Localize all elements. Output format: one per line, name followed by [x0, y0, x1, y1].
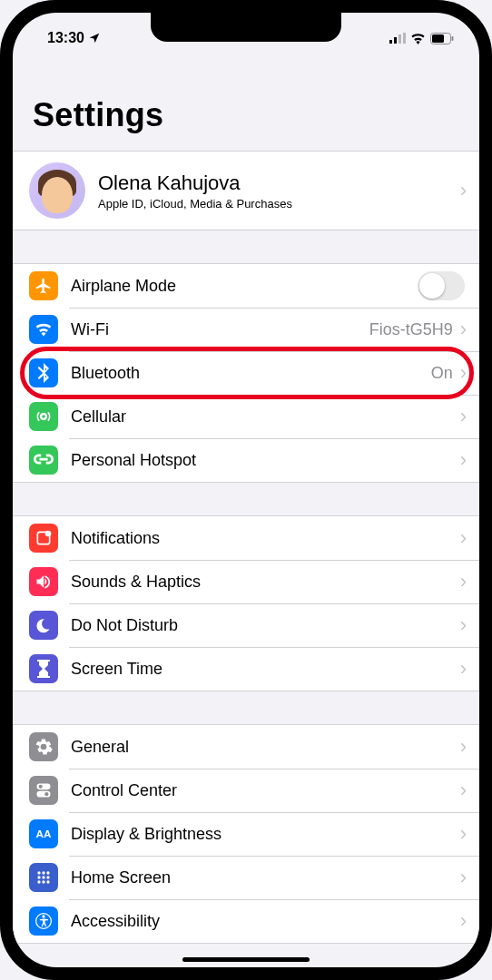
- sounds-label: Sounds & Haptics: [71, 573, 460, 592]
- bluetooth-value: On: [431, 364, 453, 383]
- sounds-icon: [29, 567, 58, 596]
- notifications-icon: [29, 524, 58, 553]
- general-row[interactable]: General ›: [13, 725, 479, 769]
- svg-point-8: [45, 531, 52, 537]
- bluetooth-icon: [29, 358, 58, 387]
- svg-point-16: [46, 871, 49, 874]
- hotspot-row[interactable]: Personal Hotspot ›: [13, 438, 479, 482]
- general-label: General: [71, 738, 460, 757]
- control-center-row[interactable]: Control Center ›: [13, 769, 479, 812]
- chevron-right-icon: ›: [460, 780, 467, 800]
- homescreen-label: Home Screen: [71, 868, 460, 887]
- display-label: Display & Brightness: [71, 825, 460, 844]
- gear-icon: [29, 732, 58, 761]
- profile-name: Olena Kahujova: [98, 172, 460, 195]
- page-title: Settings: [13, 53, 479, 143]
- homescreen-row[interactable]: Home Screen ›: [13, 856, 479, 899]
- svg-point-20: [37, 880, 40, 883]
- phone-frame: 13:30 Settings: [0, 0, 492, 980]
- notifications-section: Notifications › Sounds & Haptics › Do No…: [13, 515, 479, 691]
- sounds-row[interactable]: Sounds & Haptics ›: [13, 560, 479, 603]
- dnd-row[interactable]: Do Not Disturb ›: [13, 603, 479, 647]
- notifications-row[interactable]: Notifications ›: [13, 516, 479, 560]
- wifi-row[interactable]: Wi-Fi Fios-tG5H9 ›: [13, 308, 479, 351]
- chevron-right-icon: ›: [460, 824, 467, 844]
- control-center-icon: [29, 776, 58, 805]
- wifi-label: Wi-Fi: [71, 320, 369, 339]
- chevron-right-icon: ›: [460, 450, 467, 470]
- cellular-row[interactable]: Cellular ›: [13, 395, 479, 438]
- svg-point-19: [46, 876, 49, 878]
- hotspot-icon: [29, 446, 58, 475]
- svg-rect-0: [389, 40, 392, 44]
- svg-point-10: [39, 785, 43, 789]
- chevron-right-icon: ›: [460, 911, 467, 931]
- svg-rect-6: [452, 36, 454, 41]
- chevron-right-icon: ›: [460, 528, 467, 548]
- display-icon: AA: [29, 819, 58, 848]
- homescreen-icon: [29, 863, 58, 892]
- svg-point-22: [46, 880, 49, 883]
- battery-icon: [430, 33, 454, 44]
- profile-row[interactable]: Olena Kahujova Apple ID, iCloud, Media &…: [13, 152, 479, 230]
- home-indicator[interactable]: [182, 957, 310, 962]
- svg-point-18: [42, 876, 44, 878]
- svg-rect-2: [399, 34, 401, 44]
- svg-rect-5: [432, 34, 444, 43]
- location-arrow-icon: [88, 32, 101, 44]
- cellular-settings-icon: [29, 402, 58, 431]
- svg-point-14: [37, 871, 40, 874]
- svg-point-24: [42, 915, 44, 917]
- dnd-label: Do Not Disturb: [71, 616, 460, 635]
- accessibility-label: Accessibility: [71, 912, 460, 931]
- profile-subtitle: Apple ID, iCloud, Media & Purchases: [98, 197, 460, 211]
- moon-icon: [29, 611, 58, 640]
- bluetooth-row[interactable]: Bluetooth On ›: [13, 351, 479, 395]
- svg-point-15: [42, 871, 44, 874]
- screentime-row[interactable]: Screen Time ›: [13, 647, 479, 691]
- chevron-right-icon: ›: [460, 659, 467, 679]
- cellular-icon: [389, 33, 406, 44]
- chevron-right-icon: ›: [460, 407, 467, 426]
- svg-point-17: [37, 876, 40, 878]
- display-row[interactable]: AA Display & Brightness ›: [13, 812, 479, 856]
- chevron-right-icon: ›: [460, 181, 467, 201]
- profile-section: Olena Kahujova Apple ID, iCloud, Media &…: [13, 151, 479, 230]
- hourglass-icon: [29, 654, 58, 683]
- screen: 13:30 Settings: [13, 13, 479, 967]
- status-time: 13:30: [47, 30, 84, 46]
- svg-point-21: [42, 880, 44, 883]
- airplane-label: Airplane Mode: [71, 277, 418, 296]
- notch: [151, 13, 341, 42]
- bluetooth-label: Bluetooth: [71, 364, 431, 383]
- screentime-label: Screen Time: [71, 660, 460, 679]
- airplane-toggle[interactable]: [418, 271, 465, 300]
- wifi-value: Fios-tG5H9: [369, 320, 453, 339]
- connectivity-section: Airplane Mode Wi-Fi Fios-tG5H9 › Bluetoo…: [13, 263, 479, 483]
- airplane-mode-row[interactable]: Airplane Mode: [13, 264, 479, 308]
- notifications-label: Notifications: [71, 529, 460, 548]
- chevron-right-icon: ›: [460, 615, 467, 635]
- chevron-right-icon: ›: [460, 572, 467, 592]
- airplane-icon: [29, 271, 58, 300]
- chevron-right-icon: ›: [460, 737, 467, 757]
- wifi-settings-icon: [29, 315, 58, 344]
- cellular-label: Cellular: [71, 407, 460, 426]
- hotspot-label: Personal Hotspot: [71, 451, 460, 470]
- accessibility-icon: [29, 906, 58, 936]
- svg-rect-1: [394, 37, 397, 44]
- chevron-right-icon: ›: [460, 363, 467, 383]
- wifi-icon: [410, 33, 426, 44]
- control-center-label: Control Center: [71, 781, 460, 800]
- svg-text:AA: AA: [36, 828, 52, 839]
- chevron-right-icon: ›: [460, 319, 467, 339]
- general-section: General › Control Center › AA Display & …: [13, 724, 479, 944]
- svg-point-12: [44, 792, 48, 796]
- accessibility-row[interactable]: Accessibility ›: [13, 899, 479, 943]
- svg-rect-3: [403, 33, 406, 44]
- chevron-right-icon: ›: [460, 867, 467, 887]
- avatar: [29, 162, 85, 219]
